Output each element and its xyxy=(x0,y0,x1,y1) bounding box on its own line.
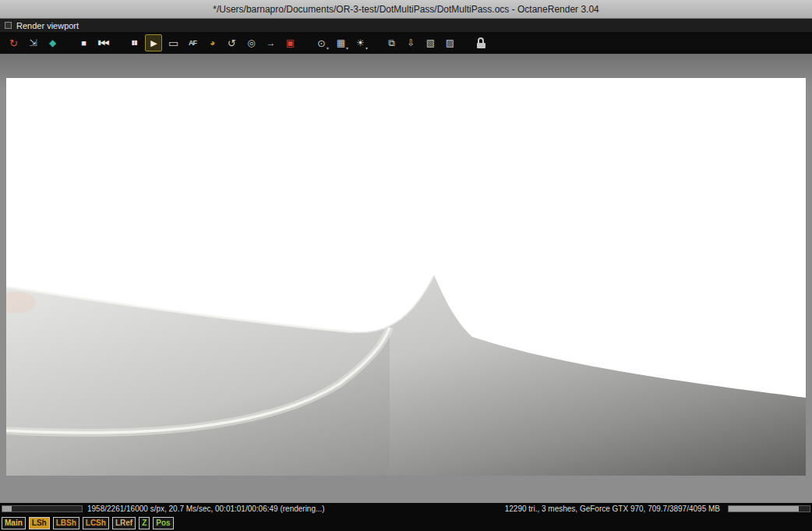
pass-main-button[interactable]: Main xyxy=(2,517,26,529)
vram-usage-bar xyxy=(728,505,810,512)
pane-icon xyxy=(5,22,12,29)
lock-image-icon[interactable] xyxy=(472,34,489,51)
pass-lref-button[interactable]: LRef xyxy=(112,517,136,529)
material-picker-icon[interactable]: ▣ xyxy=(281,34,298,51)
focus-picker-icon[interactable]: ◎ xyxy=(242,34,259,51)
copy-image-icon[interactable]: ⧉ xyxy=(383,34,400,51)
save-image-icon[interactable]: ⇩ xyxy=(402,34,419,51)
render-viewport-title: Render viewport xyxy=(16,21,79,30)
fit-view-icon[interactable]: ⇲ xyxy=(24,34,41,51)
autofocus-icon[interactable]: AF xyxy=(184,34,201,51)
pass-pos-button[interactable]: Pos xyxy=(153,517,173,529)
render-progress-bar xyxy=(2,505,83,512)
region-render-icon[interactable]: ▦▾ xyxy=(332,34,349,51)
stop-render-icon[interactable]: ■ xyxy=(75,34,92,51)
white-balance-picker-icon[interactable]: ◕ xyxy=(203,34,221,51)
export-passes-icon[interactable]: ▨ xyxy=(441,34,458,51)
restart-render-icon[interactable]: ↻ xyxy=(5,34,22,51)
restart-sequence-icon[interactable]: ▮◀◀ xyxy=(94,34,111,51)
dropdown-arrow-icon: ▾ xyxy=(327,46,329,51)
render-progress-fill xyxy=(2,506,12,512)
rotate-view-icon[interactable]: ↺ xyxy=(223,34,240,51)
pause-icon[interactable]: ▮▮ xyxy=(125,34,143,51)
render-viewport[interactable] xyxy=(0,54,812,503)
scene-objects-icon[interactable]: ◆ xyxy=(44,34,61,51)
pass-z-button[interactable]: Z xyxy=(139,517,150,529)
play-icon[interactable]: ▶ xyxy=(145,34,162,51)
padlock-icon xyxy=(477,37,485,48)
object-picker-icon[interactable]: → xyxy=(262,34,279,51)
zoom-tool-icon[interactable]: ⊙▾ xyxy=(312,34,330,51)
pass-lbsh-button[interactable]: LBSh xyxy=(53,517,79,529)
save-render-state-icon[interactable]: ▧ xyxy=(422,34,439,51)
vram-usage-fill xyxy=(729,506,799,512)
render-viewport-header[interactable]: Render viewport xyxy=(0,19,812,32)
toolbar: ↻ ⇲ ◆ ■ ▮◀◀ ▮▮ ▶ ▭ AF ◕ ↺ ◎ → ▣ ⊙▾ ▦▾ ☀▾… xyxy=(0,32,812,54)
scene-statistics-text: 12290 tri., 3 meshes, GeForce GTX 970, 7… xyxy=(505,504,720,513)
dropdown-arrow-icon: ▾ xyxy=(346,46,348,51)
render-priority-icon[interactable]: ☀▾ xyxy=(351,34,369,51)
rendered-terrain-graphic xyxy=(6,78,806,476)
window-titlebar[interactable]: */Users/barnapro/Documents/OR-3-test/Dot… xyxy=(0,0,812,19)
window-title: */Users/barnapro/Documents/OR-3-test/Dot… xyxy=(213,4,599,15)
dropdown-arrow-icon: ▾ xyxy=(365,46,368,51)
pass-lcsh-button[interactable]: LCSh xyxy=(83,517,109,529)
render-image[interactable] xyxy=(6,78,806,476)
render-passes-bar: Main LSh LBSh LCSh LRef Z Pos xyxy=(0,515,812,531)
render-statistics-text: 1958/2261/16000 s/px, 20.7 Ms/sec, 00:01… xyxy=(87,504,325,513)
display-modes-icon[interactable]: ▭ xyxy=(164,34,182,51)
pass-lsh-button[interactable]: LSh xyxy=(29,517,50,529)
status-bar: 1958/2261/16000 s/px, 20.7 Ms/sec, 00:01… xyxy=(0,503,812,515)
